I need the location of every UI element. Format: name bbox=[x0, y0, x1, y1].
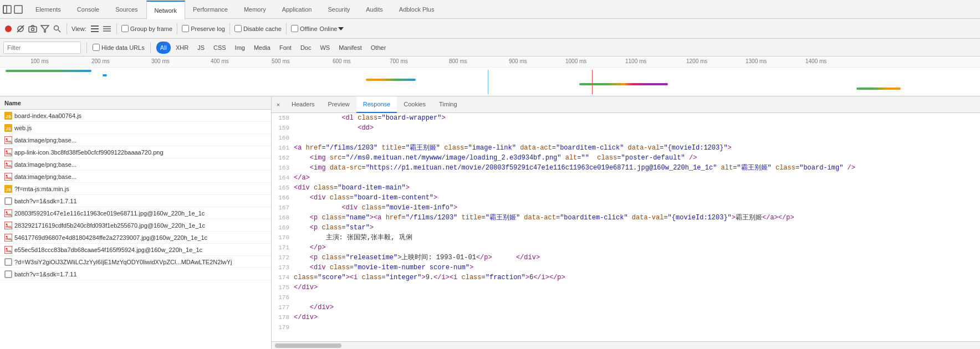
line-number: 169 bbox=[272, 223, 294, 233]
fullscreen-icon[interactable] bbox=[13, 4, 23, 14]
preserve-log-checkbox[interactable]: Preserve log bbox=[182, 25, 225, 32]
tab-security[interactable]: Security bbox=[320, 0, 358, 19]
waterfall-view-button[interactable] bbox=[102, 24, 112, 34]
svg-text:JS: JS bbox=[6, 114, 11, 119]
dock-icon[interactable] bbox=[2, 4, 12, 14]
svg-rect-41 bbox=[5, 259, 12, 265]
file-icon: JS bbox=[4, 112, 12, 120]
tab-console[interactable]: Console bbox=[69, 0, 108, 19]
file-item-4[interactable]: data:image/png;base... bbox=[0, 158, 271, 171]
line-number: 172 bbox=[272, 253, 294, 263]
tab-preview[interactable]: Preview bbox=[321, 96, 356, 113]
code-line-170: 170 主演: 张国荣,张丰毅, 巩俐 bbox=[272, 233, 980, 243]
svg-rect-35 bbox=[4, 222, 12, 229]
list-view-button[interactable] bbox=[90, 24, 100, 34]
ruler-1100ms: 1100 ms bbox=[625, 58, 646, 64]
tab-timing[interactable]: Timing bbox=[432, 96, 464, 113]
tab-sources[interactable]: Sources bbox=[108, 0, 146, 19]
tab-audits[interactable]: Audits bbox=[358, 0, 391, 19]
filter-js[interactable]: JS bbox=[193, 42, 208, 54]
code-line-161: 161<a href="/films/1203" title="霸王别姬" cl… bbox=[272, 143, 980, 153]
line-number: 161 bbox=[272, 143, 294, 153]
file-item-5[interactable]: data:image/png;base... bbox=[0, 171, 271, 183]
tab-headers[interactable]: Headers bbox=[285, 96, 321, 113]
filter-font[interactable]: Font bbox=[275, 42, 295, 54]
code-line-163: 163 <img data-src="https://p1.meituan.ne… bbox=[272, 163, 980, 173]
filter-css[interactable]: CSS bbox=[210, 42, 230, 54]
group-by-frame-checkbox[interactable]: Group by frame bbox=[121, 25, 172, 32]
file-item-8[interactable]: 20803f59291c47e1e116c11963ce019e68711.jp… bbox=[0, 207, 271, 219]
line-number: 179 bbox=[272, 322, 294, 332]
svg-rect-0 bbox=[3, 6, 7, 13]
offline-checkbox[interactable]: Offline bbox=[291, 25, 318, 32]
record-button[interactable] bbox=[3, 24, 13, 34]
svg-rect-2 bbox=[14, 6, 22, 13]
screenshot-button[interactable] bbox=[28, 24, 38, 34]
svg-point-29 bbox=[6, 174, 8, 176]
tab-adblock[interactable]: Adblock Plus bbox=[391, 0, 443, 19]
code-line-174: 174class="score"><i class="integer">9.</… bbox=[272, 273, 980, 283]
file-item-12[interactable]: ?d=W3siY2giOiJ3ZWliLCJzYyl6IjE1MzYqODY0l… bbox=[0, 256, 271, 268]
tab-memory[interactable]: Memory bbox=[236, 0, 274, 19]
file-item-13[interactable]: batch?v=1&sdk=1.7.11 bbox=[0, 268, 271, 280]
code-area[interactable]: 158 <dl class="board-wrapper">159 <dd>16… bbox=[272, 113, 980, 341]
code-line-173: 173 <div class="movie-item-number score-… bbox=[272, 263, 980, 273]
bottom-scrollbar[interactable] bbox=[272, 341, 980, 349]
close-panel-button[interactable]: × bbox=[274, 100, 283, 109]
file-item-10[interactable]: 54617769d96807e4d81804284ffe2a27239007.j… bbox=[0, 232, 271, 244]
scroll-thumb bbox=[275, 343, 341, 348]
timeline-bars bbox=[0, 68, 980, 96]
svg-rect-13 bbox=[91, 31, 99, 32]
tab-cookies[interactable]: Cookies bbox=[397, 96, 432, 113]
tab-response[interactable]: Response bbox=[356, 96, 397, 113]
filter-img[interactable]: Img bbox=[231, 42, 249, 54]
disable-cache-checkbox[interactable]: Disable cache bbox=[234, 25, 282, 32]
svg-line-10 bbox=[58, 30, 60, 32]
search-button[interactable] bbox=[52, 24, 62, 34]
network-toolbar: View: Group by frame Preserve log Disabl… bbox=[0, 19, 980, 39]
file-name: app-link-icon.3bc8fd38f5eb0cfcf9909122ba… bbox=[14, 149, 269, 156]
tab-application[interactable]: Application bbox=[274, 0, 320, 19]
hide-data-urls-checkbox[interactable]: Hide data URLs bbox=[93, 44, 145, 51]
file-item-2[interactable]: data:image/png;base... bbox=[0, 134, 271, 146]
filter-all[interactable]: All bbox=[156, 42, 171, 54]
file-item-3[interactable]: app-link-icon.3bc8fd38f5eb0cfcf9909122ba… bbox=[0, 146, 271, 158]
file-item-1[interactable]: JSweb.js bbox=[0, 122, 271, 134]
filter-xhr[interactable]: XHR bbox=[172, 42, 192, 54]
line-content: </div> bbox=[294, 302, 980, 312]
line-content: <p class="releasetime">上映时间: 1993-01-01<… bbox=[294, 253, 980, 263]
tab-performance[interactable]: Performance bbox=[185, 0, 236, 19]
file-name: ?f=mta-js:mta.min.js bbox=[14, 186, 269, 192]
svg-point-36 bbox=[6, 223, 8, 225]
line-number: 177 bbox=[272, 302, 294, 312]
file-item-7[interactable]: batch?v=1&sdk=1.7.11 bbox=[0, 195, 271, 207]
svg-rect-28 bbox=[4, 173, 12, 181]
file-icon bbox=[4, 246, 12, 254]
tab-network[interactable]: Network bbox=[146, 1, 185, 19]
file-item-6[interactable]: JS?f=mta-js:mta.min.js bbox=[0, 183, 271, 195]
code-line-169: 169 <p class="star"> bbox=[272, 223, 980, 233]
code-line-166: 166 <div class="board-item-content"> bbox=[272, 193, 980, 203]
file-name: board-index.4aa00764.js bbox=[14, 112, 269, 119]
file-item-0[interactable]: JSboard-index.4aa00764.js bbox=[0, 110, 271, 122]
filter-ws[interactable]: WS bbox=[316, 42, 334, 54]
file-item-11[interactable]: e55ec5d18ccc83ba7db68caae54f165f95924.jp… bbox=[0, 244, 271, 256]
filter-doc[interactable]: Doc bbox=[297, 42, 315, 54]
filter-input[interactable] bbox=[3, 42, 81, 54]
filter-manifest[interactable]: Manifest bbox=[335, 42, 366, 54]
file-name: web.js bbox=[14, 125, 269, 131]
tab-elements[interactable]: Elements bbox=[28, 0, 69, 19]
ruler-1400ms: 1400 ms bbox=[805, 58, 826, 64]
file-name: batch?v=1&sdk=1.7.11 bbox=[14, 271, 269, 278]
file-icon bbox=[4, 173, 12, 181]
ruler-900ms: 900 ms bbox=[509, 58, 527, 64]
clear-button[interactable] bbox=[16, 24, 25, 34]
filter-media[interactable]: Media bbox=[250, 42, 274, 54]
filter-other[interactable]: Other bbox=[367, 42, 390, 54]
file-icon bbox=[4, 209, 12, 217]
ruler-100ms: 100 ms bbox=[30, 58, 49, 64]
filter-button[interactable] bbox=[40, 24, 50, 34]
throttle-select[interactable]: Online bbox=[320, 25, 344, 32]
file-item-9[interactable]: 283292171619cdfd5b240c8fd093f1eb255670.j… bbox=[0, 219, 271, 232]
svg-rect-42 bbox=[5, 271, 12, 278]
